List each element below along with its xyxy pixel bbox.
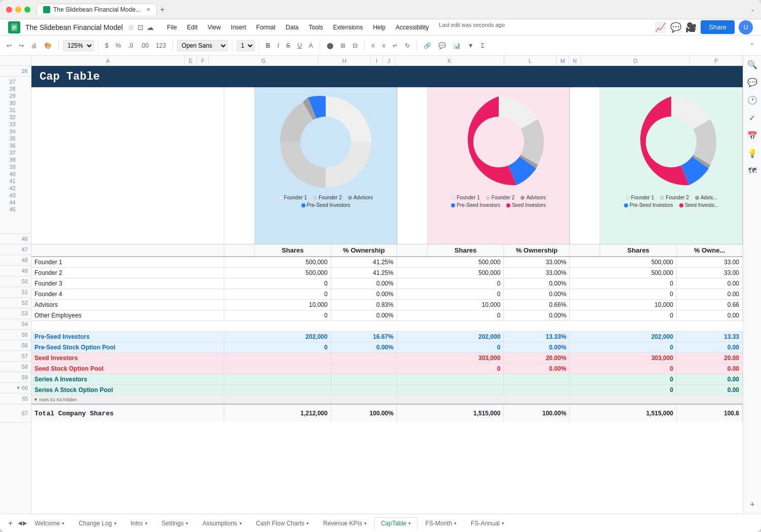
close-button[interactable]	[6, 7, 12, 13]
function-button[interactable]: Σ	[478, 41, 487, 51]
fill-color-button[interactable]: ⬤	[324, 41, 336, 51]
sidebar-history-icon[interactable]: 🕐	[747, 95, 757, 105]
row-seed-shares: 202,000	[428, 332, 504, 342]
menu-help[interactable]: Help	[369, 22, 390, 33]
merge-button[interactable]: ⊟	[350, 41, 360, 51]
menu-tools[interactable]: Tools	[304, 22, 327, 33]
menu-view[interactable]: View	[203, 22, 225, 33]
underline-button[interactable]: U	[295, 41, 304, 51]
active-tab[interactable]: The Slidebean Financial Mode... ×	[37, 4, 157, 15]
separator-8	[417, 41, 417, 51]
link-button[interactable]: 🔗	[421, 41, 434, 51]
new-tab-button[interactable]: +	[160, 5, 164, 14]
sheet-tab-revenue-kpis[interactable]: Revenue KPIs▾	[317, 517, 373, 529]
svg-point-5	[473, 117, 524, 167]
borders-button[interactable]: ⊞	[338, 41, 348, 51]
data-rows: Founder 1 500,000 41.25% 500,000 33.00% …	[31, 257, 743, 404]
analytics-icon[interactable]: 📈	[655, 22, 666, 33]
add-sheet-button[interactable]: +	[4, 517, 17, 530]
total-series-a-pct: 100.6	[677, 405, 743, 422]
table-row: Series A Investors 0 0.00	[31, 374, 743, 385]
text-color-button[interactable]: A	[306, 41, 316, 51]
row-pre-seed-shares: 10,000	[255, 300, 331, 310]
meet-icon[interactable]: 🎥	[685, 22, 697, 33]
sheet-tab-welcome[interactable]: Welcome▾	[28, 517, 71, 529]
bold-button[interactable]: B	[263, 41, 273, 51]
rotate-button[interactable]: ↻	[402, 41, 412, 51]
menu-bar: The Slidebean Financial Model ☆ ⊡ ☁ File…	[0, 19, 761, 36]
sheets-icon	[43, 6, 50, 13]
separator-5	[259, 41, 259, 51]
nav-right[interactable]: ▶	[23, 520, 27, 526]
percent-button[interactable]: %	[113, 41, 124, 51]
format-button[interactable]: 123	[153, 41, 168, 51]
sidebar-calendar-icon[interactable]: 📅	[747, 131, 757, 140]
sidebar-tasks-icon[interactable]: ✓	[749, 113, 755, 123]
svg-rect-2	[12, 27, 16, 28]
print-button[interactable]: 🖨	[28, 41, 40, 51]
italic-button[interactable]: I	[275, 41, 282, 51]
row-series-a-pct: 0.00	[677, 385, 743, 395]
paint-format-button[interactable]: 🎨	[42, 41, 54, 51]
sidebar-maps-icon[interactable]: 🗺	[748, 166, 756, 175]
row-seed-pct: 33.00%	[504, 257, 570, 267]
maximize-button[interactable]	[24, 7, 30, 13]
minimize-button[interactable]	[15, 7, 21, 13]
row-pre-seed-pct	[331, 364, 397, 374]
menu-insert[interactable]: Insert	[227, 22, 250, 33]
decimal-button[interactable]: .0	[125, 41, 135, 51]
chart-button[interactable]: 📊	[451, 41, 463, 51]
sheet-tab-intro[interactable]: Intro▾	[124, 517, 154, 529]
menu-edit[interactable]: Edit	[183, 22, 202, 33]
sheet-tab-cash-flow-charts[interactable]: Cash Flow Charts▾	[250, 517, 316, 529]
legend-a-seed: Seed Investo...	[679, 202, 719, 208]
menu-format[interactable]: Format	[252, 22, 280, 33]
font-size-selector[interactable]: 11	[236, 40, 255, 51]
nav-left[interactable]: ◀	[18, 520, 22, 526]
app-window: The Slidebean Financial Mode... × + ⌄ Th…	[0, 0, 761, 532]
tab-close-icon[interactable]: ×	[147, 6, 150, 13]
valign-button[interactable]: ≡	[379, 41, 388, 51]
col-o: O	[581, 56, 690, 65]
sheet-tab-captable[interactable]: CapTable▾	[374, 517, 418, 529]
legend-advisors: Advisors	[348, 195, 373, 200]
strikethrough-button[interactable]: S	[284, 41, 293, 51]
sidebar-keep-icon[interactable]: 💡	[747, 149, 757, 158]
sidebar-explore-icon[interactable]: 🔍	[747, 60, 757, 69]
traffic-lights	[6, 7, 30, 13]
star-icon[interactable]: ☆	[128, 23, 134, 31]
collapse-toolbar-button[interactable]: ⌃	[747, 41, 757, 51]
share-button[interactable]: Share	[701, 20, 735, 34]
menu-data[interactable]: Data	[282, 22, 302, 33]
sheet-tab-assumptions[interactable]: Assumptions▾	[196, 517, 249, 529]
row-series-a-pct: 0.00	[677, 310, 743, 321]
row-pre-seed-shares: 0	[255, 310, 331, 321]
redo-button[interactable]: ↪	[16, 41, 26, 51]
undo-button[interactable]: ↩	[4, 41, 14, 51]
sheet-tab-fs-month[interactable]: FS-Month▾	[419, 517, 463, 529]
menu-extensions[interactable]: Extensions	[329, 22, 367, 33]
comment-button[interactable]: 💬	[436, 41, 448, 51]
sidebar-add-icon[interactable]: ＋	[748, 499, 756, 510]
wrap-button[interactable]: ↵	[390, 41, 400, 51]
filter-button[interactable]: ▼	[465, 41, 476, 51]
align-button[interactable]: ≡	[369, 41, 377, 51]
comments-icon[interactable]: 💬	[670, 22, 681, 33]
sidebar-chat-icon[interactable]: 💬	[747, 78, 757, 87]
sheet-tab-settings[interactable]: Settings▾	[155, 517, 195, 529]
sheet-tab-change-log[interactable]: Change Log▾	[72, 517, 123, 529]
menu-file[interactable]: File	[163, 22, 181, 33]
row-pre-seed-pct	[331, 385, 397, 395]
decimal-down-button[interactable]: .00	[137, 41, 151, 51]
cloud-icon[interactable]: ☁	[147, 23, 154, 31]
menu-accessibility[interactable]: Accessibility	[392, 22, 433, 33]
sheet-tab-fs-annual[interactable]: FS-Annual▾	[464, 517, 511, 529]
pre-seed-shares-header: Shares	[255, 244, 331, 256]
currency-button[interactable]: $	[102, 41, 111, 51]
font-selector[interactable]: Open Sans	[177, 40, 228, 51]
row-seed-shares: 0	[428, 310, 504, 321]
row-label: Seed Investors	[31, 353, 224, 363]
zoom-selector[interactable]: 125%	[63, 40, 94, 51]
user-avatar[interactable]: U	[739, 20, 753, 34]
move-icon[interactable]: ⊡	[137, 23, 144, 31]
